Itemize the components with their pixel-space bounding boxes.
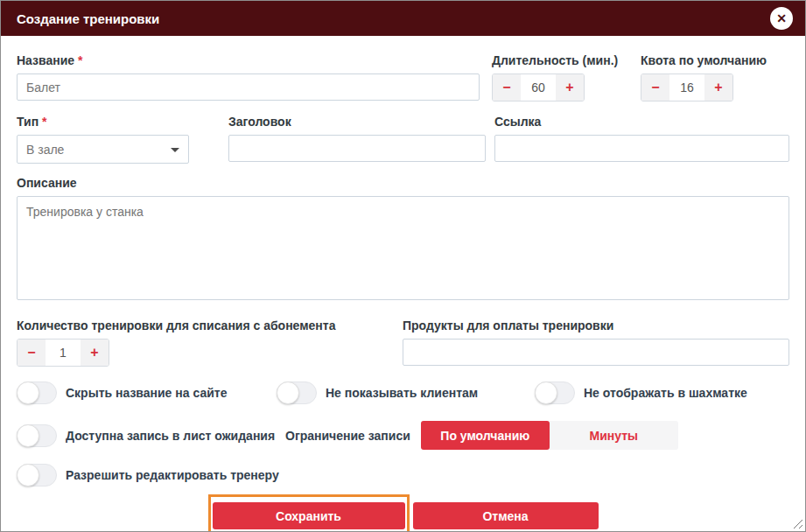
- row-name-duration-quota: Название * Длительность (мин.) − 60 + Кв…: [17, 53, 789, 102]
- writeoff-decrement-button[interactable]: −: [18, 340, 46, 366]
- row-waitlist-limit: Доступна запись в лист ожидания Ограниче…: [17, 421, 789, 450]
- cancel-button[interactable]: Отмена: [413, 502, 599, 529]
- toggle-waitlist-label: Доступна запись в лист ожидания: [66, 429, 275, 443]
- row-writeoff-products: Количество тренировки для списания с або…: [17, 318, 789, 367]
- modal-header: Создание тренировки ✕: [1, 1, 805, 36]
- toggle-trainer-edit[interactable]: Разрешить редактировать тренеру: [17, 464, 279, 486]
- limit-option-minutes[interactable]: Минуты: [550, 421, 678, 450]
- toggle-trainer-edit-label: Разрешить редактировать тренеру: [66, 468, 279, 482]
- modal-body: Название * Длительность (мин.) − 60 + Кв…: [1, 36, 805, 532]
- field-writeoff: Количество тренировки для списания с або…: [17, 318, 390, 367]
- toggle-hide-name-label: Скрыть название на сайте: [66, 386, 227, 400]
- quota-increment-button[interactable]: +: [704, 74, 732, 101]
- writeoff-increment-button[interactable]: +: [81, 340, 109, 366]
- required-asterisk: *: [42, 115, 46, 129]
- field-link: Ссылка: [494, 115, 789, 162]
- type-select[interactable]: В зале: [17, 135, 189, 164]
- toggle-switch[interactable]: [17, 382, 57, 404]
- save-button-highlight: Сохранить: [208, 494, 410, 532]
- type-label-text: Тип: [17, 115, 39, 129]
- writeoff-label: Количество тренировки для списания с або…: [17, 318, 390, 332]
- writeoff-value[interactable]: 1: [46, 340, 81, 366]
- toggle-knob: [17, 382, 39, 404]
- toggle-switch[interactable]: [17, 464, 57, 486]
- toggle-hide-grid-label: Не отображать в шахматке: [584, 386, 747, 400]
- field-name: Название *: [17, 53, 480, 101]
- toggle-knob: [277, 382, 299, 404]
- limit-option-default[interactable]: По умолчанию: [421, 421, 550, 450]
- required-asterisk: *: [78, 53, 82, 67]
- create-training-modal: Создание тренировки ✕ Название * Длитель…: [0, 0, 806, 532]
- link-input[interactable]: [494, 135, 789, 162]
- type-select-value: В зале: [26, 143, 64, 157]
- toggle-switch[interactable]: [535, 382, 575, 404]
- modal-title: Создание тренировки: [17, 11, 770, 26]
- description-textarea[interactable]: Тренировка у станка: [17, 196, 789, 300]
- row-toggles-1: Скрыть название на сайте Не показывать к…: [17, 382, 789, 404]
- field-quota: Квота по умолчанию − 16 +: [641, 53, 789, 102]
- subtitle-input[interactable]: [228, 135, 486, 162]
- field-products: Продукты для оплаты тренировки: [403, 318, 789, 366]
- type-label: Тип *: [17, 115, 189, 129]
- row-trainer-edit: Разрешить редактировать тренеру: [17, 464, 789, 486]
- name-input[interactable]: [17, 74, 480, 101]
- quota-stepper: − 16 +: [641, 74, 733, 102]
- subtitle-label: Заголовок: [228, 115, 486, 129]
- field-description: Описание Тренировка у станка: [17, 176, 789, 304]
- toggle-knob: [17, 464, 39, 486]
- name-label: Название *: [17, 53, 480, 67]
- toggle-switch[interactable]: [277, 382, 317, 404]
- duration-label: Длительность (мин.): [492, 53, 628, 67]
- duration-decrement-button[interactable]: −: [493, 74, 521, 101]
- toggle-hide-clients[interactable]: Не показывать клиентам: [277, 382, 535, 404]
- quota-value[interactable]: 16: [669, 74, 704, 101]
- products-input[interactable]: [403, 339, 789, 366]
- link-label: Ссылка: [494, 115, 789, 129]
- toggle-waitlist[interactable]: Доступна запись в лист ожидания: [17, 424, 285, 447]
- limit-segmented-control: По умолчанию Минуты: [421, 421, 678, 450]
- close-button[interactable]: ✕: [770, 7, 793, 30]
- quota-decrement-button[interactable]: −: [641, 74, 669, 101]
- close-icon: ✕: [776, 12, 787, 24]
- limit-label: Ограничение записи: [285, 429, 410, 443]
- toggle-switch[interactable]: [17, 424, 57, 447]
- toggle-hide-name[interactable]: Скрыть название на сайте: [17, 382, 277, 404]
- toggle-knob: [17, 424, 39, 447]
- description-label: Описание: [17, 176, 789, 190]
- row-footer-buttons: Сохранить Отмена: [17, 494, 789, 532]
- field-type: Тип * В зале: [17, 115, 189, 164]
- toggle-hide-grid[interactable]: Не отображать в шахматке: [535, 382, 747, 404]
- duration-value[interactable]: 60: [521, 74, 556, 101]
- toggle-hide-clients-label: Не показывать клиентам: [326, 386, 478, 400]
- products-label: Продукты для оплаты тренировки: [403, 318, 789, 332]
- row-type-subtitle-link: Тип * В зале Заголовок Ссылка: [17, 115, 789, 164]
- duration-stepper: − 60 +: [492, 74, 585, 102]
- quota-label: Квота по умолчанию: [641, 53, 789, 67]
- field-subtitle: Заголовок: [228, 115, 486, 162]
- field-duration: Длительность (мин.) − 60 +: [492, 53, 628, 102]
- name-label-text: Название: [17, 53, 74, 67]
- toggle-knob: [535, 382, 557, 404]
- chevron-down-icon: [171, 148, 179, 152]
- duration-increment-button[interactable]: +: [556, 74, 584, 101]
- save-button[interactable]: Сохранить: [213, 502, 405, 529]
- writeoff-stepper: − 1 +: [17, 339, 109, 367]
